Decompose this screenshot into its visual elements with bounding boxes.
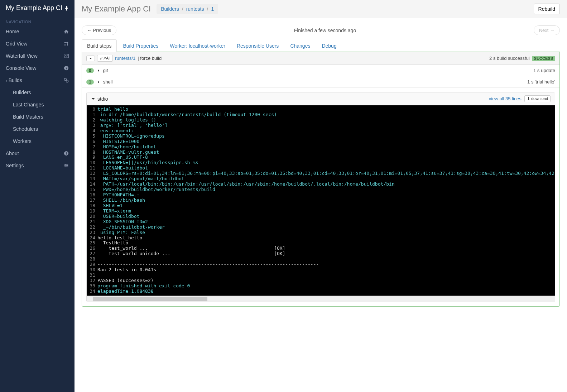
view-all-lines-link[interactable]: view all 35 lines (489, 96, 522, 101)
tab-debug[interactable]: Debug (316, 39, 342, 52)
cogs-icon (64, 78, 69, 83)
log-line: 24hello.test_hello (87, 235, 555, 241)
log-line: 21 XDG_SESSION_ID=2 (87, 219, 555, 225)
log-line: 7 HOME=/home/buildbot (87, 144, 555, 150)
svg-point-9 (66, 80, 68, 82)
log-line: 18 SHLVL=1 (87, 203, 555, 209)
expand-all-button[interactable]: ↙↗All (97, 55, 113, 62)
status-badge: SUCCESS (532, 56, 555, 61)
collapse-toggle-button[interactable] (86, 56, 95, 61)
log-line: 1 in dir /home/buildbot/worker/runtests/… (87, 112, 555, 118)
step-row-shell[interactable]: 1shell1 s 'trial hello' (82, 76, 559, 88)
sidebar-item-schedulers[interactable]: Schedulers (0, 123, 75, 135)
sidebar-item-about[interactable]: About (0, 147, 75, 159)
horizontal-scrollbar[interactable] (87, 296, 555, 302)
sidebar-item-home[interactable]: Home (0, 25, 75, 38)
log-line: 15 PWD=/home/buildbot/worker/runtests/bu… (87, 187, 555, 192)
log-line: 14 PATH=/usr/local/bin:/bin:/usr/bin:/us… (87, 182, 555, 187)
sidebar-item-last-changes[interactable]: Last Changes (0, 99, 75, 111)
log-line: 20 USER=buildbot (87, 214, 555, 219)
svg-point-14 (67, 165, 68, 166)
breadcrumb-runtests[interactable]: runtests (186, 6, 204, 12)
log-line: 17 SHELL=/bin/bash (87, 198, 555, 203)
info-icon (64, 66, 69, 71)
log-line: 28 (87, 257, 555, 262)
step-name: shell (103, 79, 113, 85)
panel-header: ↙↗All runtests/1 | force build 2 s build… (82, 52, 559, 65)
log-line: 0trial hello (87, 107, 555, 112)
log-line: 8 HOSTNAME=vultr.guest (87, 150, 555, 155)
log-line: 16 PYTHONPATH=.: (87, 192, 555, 198)
sidebar-item-grid-view[interactable]: Grid View (0, 38, 75, 50)
download-button[interactable]: ⬇ download (524, 95, 551, 102)
sidebar-item-console-view[interactable]: Console View (0, 62, 75, 74)
sidebar-item-waterfall-view[interactable]: Waterfall View (0, 50, 75, 62)
app-brand[interactable]: My Example App CI (6, 4, 62, 12)
log-line: 12 LS_COLORS=rs=0:di=01;34:ln=01;36:mh=0… (87, 171, 555, 176)
rebuild-button[interactable]: Rebuild (534, 4, 560, 14)
chevron-down-icon[interactable] (91, 97, 95, 101)
sliders-icon (64, 163, 69, 168)
tabs: Build stepsBuild PropertiesWorker: local… (82, 39, 560, 52)
sidebar-item-workers[interactable]: Workers (0, 135, 75, 147)
log-line: 22 _=/bin/buildbot-worker (87, 225, 555, 230)
breadcrumb-builders[interactable]: Builders (161, 6, 179, 12)
info-icon (64, 151, 69, 156)
sidebar-item-builds[interactable]: ›Builds (0, 74, 75, 86)
step-row-git[interactable]: 0git1 s update (82, 65, 559, 76)
tab-build-properties[interactable]: Build Properties (117, 39, 164, 52)
log-line: 31 (87, 273, 555, 278)
log-line: 23 using PTY: False (87, 230, 555, 235)
home-icon (64, 29, 69, 34)
chart-icon (64, 53, 69, 58)
log-line: 27 test_world_unicode ... [OK] (87, 251, 555, 257)
log-line: 13 MAIL=/var/spool/mail/buildbot (87, 176, 555, 182)
tab-build-steps[interactable]: Build steps (82, 39, 117, 52)
svg-rect-11 (66, 153, 67, 154)
log-line: 3 argv: ['trial', 'hello'] (87, 123, 555, 128)
tab-changes[interactable]: Changes (285, 39, 316, 52)
sidebar-item-label: Grid View (6, 41, 27, 47)
topbar: My Example App CI Builders / runtests / … (75, 0, 567, 18)
sidebar-item-build-masters[interactable]: Build Masters (0, 111, 75, 123)
grid-icon (64, 41, 69, 46)
log-line: 33program finished with exit code 0 (87, 283, 555, 289)
log-line: 19 TERM=xterm (87, 209, 555, 214)
log-line: 9 LANG=en_US.UTF-8 (87, 155, 555, 160)
breadcrumb-build-number[interactable]: 1 (211, 6, 214, 12)
tab-responsible-users[interactable]: Responsible Users (231, 39, 284, 52)
svg-point-15 (66, 166, 67, 167)
log-line: 25 TestHello (87, 240, 555, 246)
svg-rect-6 (66, 68, 67, 69)
log-panel: stdio view all 35 lines ⬇ download 0tria… (86, 92, 555, 302)
sidebar-item-label: Builds (9, 77, 22, 83)
svg-point-8 (64, 78, 66, 80)
log-line: 32PASSED (successes=2) (87, 278, 555, 283)
log-line: 26 test_world ... [OK] (87, 246, 555, 251)
svg-rect-7 (66, 67, 67, 68)
sidebar-item-label: Last Changes (13, 102, 44, 107)
tab-worker-localhost-worker[interactable]: Worker: localhost-worker (164, 39, 231, 52)
log-line: 4 environment: (87, 128, 555, 134)
chevron-right-icon[interactable] (97, 80, 100, 84)
build-link[interactable]: runtests/1 (115, 56, 135, 61)
breadcrumb-sep: / (182, 6, 183, 12)
sidebar-item-label: Build Masters (13, 114, 43, 120)
sidebar-item-label: Waterfall View (6, 53, 38, 59)
sidebar-item-settings[interactable]: Settings (0, 159, 75, 172)
sidebar-item-label: Home (6, 29, 19, 34)
log-terminal[interactable]: 0trial hello1 in dir /home/buildbot/work… (87, 105, 555, 296)
sidebar-item-builders[interactable]: Builders (0, 86, 75, 99)
step-number: 1 (86, 80, 94, 85)
previous-build-button[interactable]: ← Previous (82, 25, 116, 35)
breadcrumb: Builders / runtests / 1 (157, 4, 218, 14)
next-build-button[interactable]: Next → (534, 25, 560, 35)
log-line: 5 HISTCONTROL=ignoredups (87, 134, 555, 139)
page-title: My Example App CI (82, 4, 151, 14)
chevron-down-icon (89, 57, 92, 60)
chevron-right-icon[interactable] (97, 69, 100, 72)
svg-point-13 (65, 164, 66, 165)
pin-icon[interactable] (64, 6, 69, 11)
log-line: 34elapsedTime=1.084838 (87, 289, 555, 294)
build-nav-row: ← Previous Finished a few seconds ago Ne… (82, 25, 560, 35)
